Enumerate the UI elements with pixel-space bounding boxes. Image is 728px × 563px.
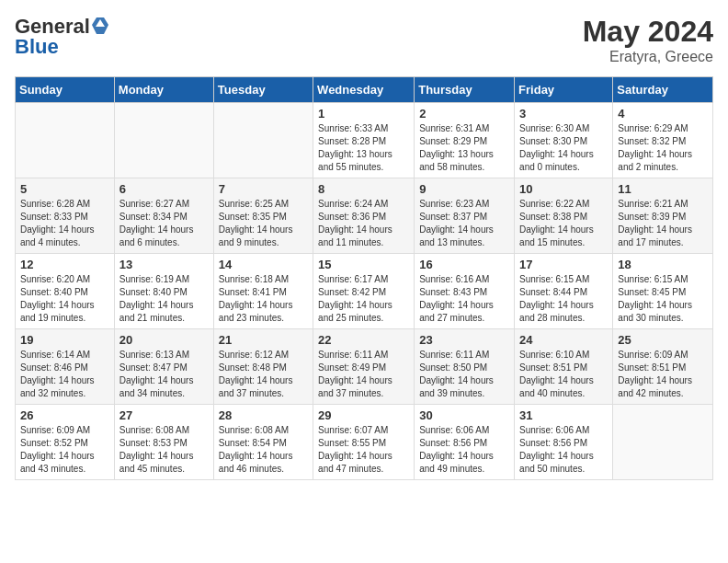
- cell-content: Sunrise: 6:31 AM Sunset: 8:29 PM Dayligh…: [419, 122, 509, 174]
- header-friday: Friday: [515, 77, 613, 103]
- calendar-cell: [213, 103, 313, 178]
- calendar-cell: 29Sunrise: 6:07 AM Sunset: 8:55 PM Dayli…: [313, 405, 415, 480]
- calendar-cell: 26Sunrise: 6:09 AM Sunset: 8:52 PM Dayli…: [16, 405, 115, 480]
- day-number: 15: [318, 258, 409, 271]
- cell-content: Sunrise: 6:08 AM Sunset: 8:54 PM Dayligh…: [219, 424, 308, 476]
- calendar-cell: 9Sunrise: 6:23 AM Sunset: 8:37 PM Daylig…: [415, 178, 515, 254]
- cell-content: Sunrise: 6:24 AM Sunset: 8:36 PM Dayligh…: [318, 198, 409, 249]
- cell-content: Sunrise: 6:18 AM Sunset: 8:41 PM Dayligh…: [219, 273, 308, 325]
- calendar-cell: [613, 405, 713, 480]
- cell-content: Sunrise: 6:07 AM Sunset: 8:55 PM Dayligh…: [318, 424, 409, 476]
- calendar-cell: 10Sunrise: 6:22 AM Sunset: 8:38 PM Dayli…: [515, 178, 613, 254]
- title-block: May 2024 Eratyra, Greece: [583, 15, 713, 65]
- day-number: 12: [20, 258, 109, 271]
- calendar-cell: 25Sunrise: 6:09 AM Sunset: 8:51 PM Dayli…: [613, 329, 713, 405]
- calendar-cell: 28Sunrise: 6:08 AM Sunset: 8:54 PM Dayli…: [213, 405, 313, 480]
- calendar-cell: 17Sunrise: 6:15 AM Sunset: 8:44 PM Dayli…: [515, 254, 613, 329]
- calendar-cell: 7Sunrise: 6:25 AM Sunset: 8:35 PM Daylig…: [213, 178, 313, 254]
- month-year: May 2024: [583, 15, 713, 49]
- day-number: 27: [119, 408, 209, 422]
- cell-content: Sunrise: 6:21 AM Sunset: 8:39 PM Dayligh…: [618, 198, 708, 249]
- day-number: 17: [519, 258, 608, 271]
- calendar-cell: 14Sunrise: 6:18 AM Sunset: 8:41 PM Dayli…: [213, 254, 313, 329]
- calendar-week-row: 26Sunrise: 6:09 AM Sunset: 8:52 PM Dayli…: [16, 405, 713, 480]
- day-number: 20: [119, 333, 209, 347]
- cell-content: Sunrise: 6:29 AM Sunset: 8:32 PM Dayligh…: [618, 122, 708, 174]
- calendar-cell: 30Sunrise: 6:06 AM Sunset: 8:56 PM Dayli…: [415, 405, 515, 480]
- logo: General Blue: [15, 15, 108, 59]
- day-number: 21: [219, 333, 308, 347]
- day-number: 24: [519, 333, 608, 347]
- calendar-header-row: Sunday Monday Tuesday Wednesday Thursday…: [16, 77, 713, 103]
- page-header: General Blue May 2024 Eratyra, Greece: [15, 15, 713, 65]
- day-number: 8: [318, 182, 409, 196]
- calendar-cell: 22Sunrise: 6:11 AM Sunset: 8:49 PM Dayli…: [313, 329, 415, 405]
- header-saturday: Saturday: [613, 77, 713, 103]
- cell-content: Sunrise: 6:25 AM Sunset: 8:35 PM Dayligh…: [219, 198, 308, 249]
- day-number: 1: [318, 107, 409, 121]
- cell-content: Sunrise: 6:12 AM Sunset: 8:48 PM Dayligh…: [219, 349, 308, 400]
- calendar-cell: 5Sunrise: 6:28 AM Sunset: 8:33 PM Daylig…: [16, 178, 115, 254]
- cell-content: Sunrise: 6:08 AM Sunset: 8:53 PM Dayligh…: [119, 424, 209, 476]
- calendar-cell: 19Sunrise: 6:14 AM Sunset: 8:46 PM Dayli…: [16, 329, 115, 405]
- calendar-cell: 4Sunrise: 6:29 AM Sunset: 8:32 PM Daylig…: [613, 103, 713, 178]
- day-number: 22: [318, 333, 409, 347]
- day-number: 28: [219, 408, 308, 422]
- day-number: 13: [119, 258, 209, 271]
- cell-content: Sunrise: 6:09 AM Sunset: 8:51 PM Dayligh…: [618, 349, 708, 400]
- logo-icon: [92, 17, 108, 34]
- calendar-cell: 16Sunrise: 6:16 AM Sunset: 8:43 PM Dayli…: [415, 254, 515, 329]
- day-number: 10: [519, 182, 608, 196]
- header-thursday: Thursday: [415, 77, 515, 103]
- day-number: 4: [618, 107, 708, 121]
- calendar-cell: 13Sunrise: 6:19 AM Sunset: 8:40 PM Dayli…: [114, 254, 213, 329]
- calendar-cell: 8Sunrise: 6:24 AM Sunset: 8:36 PM Daylig…: [313, 178, 415, 254]
- calendar-week-row: 1Sunrise: 6:33 AM Sunset: 8:28 PM Daylig…: [16, 103, 713, 178]
- calendar-cell: 27Sunrise: 6:08 AM Sunset: 8:53 PM Dayli…: [114, 405, 213, 480]
- logo-blue-text: Blue: [15, 35, 59, 59]
- calendar-cell: 2Sunrise: 6:31 AM Sunset: 8:29 PM Daylig…: [415, 103, 515, 178]
- day-number: 26: [20, 408, 109, 422]
- cell-content: Sunrise: 6:15 AM Sunset: 8:45 PM Dayligh…: [618, 273, 708, 325]
- day-number: 16: [419, 258, 509, 271]
- day-number: 31: [519, 408, 608, 422]
- cell-content: Sunrise: 6:28 AM Sunset: 8:33 PM Dayligh…: [20, 198, 109, 249]
- cell-content: Sunrise: 6:14 AM Sunset: 8:46 PM Dayligh…: [20, 349, 109, 400]
- cell-content: Sunrise: 6:06 AM Sunset: 8:56 PM Dayligh…: [419, 424, 509, 476]
- header-monday: Monday: [114, 77, 213, 103]
- calendar-cell: 6Sunrise: 6:27 AM Sunset: 8:34 PM Daylig…: [114, 178, 213, 254]
- day-number: 18: [618, 258, 708, 271]
- calendar-cell: 15Sunrise: 6:17 AM Sunset: 8:42 PM Dayli…: [313, 254, 415, 329]
- calendar-cell: 24Sunrise: 6:10 AM Sunset: 8:51 PM Dayli…: [515, 329, 613, 405]
- day-number: 7: [219, 182, 308, 196]
- header-tuesday: Tuesday: [213, 77, 313, 103]
- cell-content: Sunrise: 6:13 AM Sunset: 8:47 PM Dayligh…: [119, 349, 209, 400]
- day-number: 23: [419, 333, 509, 347]
- cell-content: Sunrise: 6:16 AM Sunset: 8:43 PM Dayligh…: [419, 273, 509, 325]
- day-number: 9: [419, 182, 509, 196]
- calendar-cell: 18Sunrise: 6:15 AM Sunset: 8:45 PM Dayli…: [613, 254, 713, 329]
- day-number: 2: [419, 107, 509, 121]
- day-number: 30: [419, 408, 509, 422]
- cell-content: Sunrise: 6:33 AM Sunset: 8:28 PM Dayligh…: [318, 122, 409, 174]
- cell-content: Sunrise: 6:10 AM Sunset: 8:51 PM Dayligh…: [519, 349, 608, 400]
- cell-content: Sunrise: 6:09 AM Sunset: 8:52 PM Dayligh…: [20, 424, 109, 476]
- cell-content: Sunrise: 6:22 AM Sunset: 8:38 PM Dayligh…: [519, 198, 608, 249]
- calendar-cell: 12Sunrise: 6:20 AM Sunset: 8:40 PM Dayli…: [16, 254, 115, 329]
- calendar-cell: 31Sunrise: 6:06 AM Sunset: 8:56 PM Dayli…: [515, 405, 613, 480]
- calendar-week-row: 12Sunrise: 6:20 AM Sunset: 8:40 PM Dayli…: [16, 254, 713, 329]
- calendar-cell: 23Sunrise: 6:11 AM Sunset: 8:50 PM Dayli…: [415, 329, 515, 405]
- calendar-week-row: 5Sunrise: 6:28 AM Sunset: 8:33 PM Daylig…: [16, 178, 713, 254]
- cell-content: Sunrise: 6:15 AM Sunset: 8:44 PM Dayligh…: [519, 273, 608, 325]
- day-number: 11: [618, 182, 708, 196]
- day-number: 29: [318, 408, 409, 422]
- calendar-cell: 20Sunrise: 6:13 AM Sunset: 8:47 PM Dayli…: [114, 329, 213, 405]
- location: Eratyra, Greece: [583, 49, 713, 65]
- calendar-cell: 3Sunrise: 6:30 AM Sunset: 8:30 PM Daylig…: [515, 103, 613, 178]
- calendar-cell: 21Sunrise: 6:12 AM Sunset: 8:48 PM Dayli…: [213, 329, 313, 405]
- header-sunday: Sunday: [16, 77, 115, 103]
- cell-content: Sunrise: 6:17 AM Sunset: 8:42 PM Dayligh…: [318, 273, 409, 325]
- day-number: 3: [519, 107, 608, 121]
- cell-content: Sunrise: 6:20 AM Sunset: 8:40 PM Dayligh…: [20, 273, 109, 325]
- cell-content: Sunrise: 6:27 AM Sunset: 8:34 PM Dayligh…: [119, 198, 209, 249]
